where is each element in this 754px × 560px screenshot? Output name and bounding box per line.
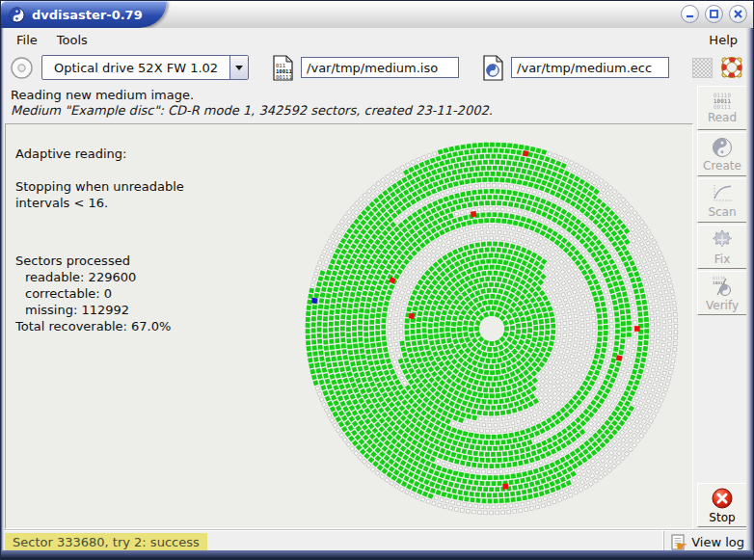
disc-spiral-visualization bbox=[280, 126, 694, 527]
fix-label: Fix bbox=[714, 253, 730, 266]
titlebar[interactable]: dvdisaster-0.79 bbox=[1, 1, 753, 29]
help-lifebuoy-icon[interactable] bbox=[719, 55, 744, 80]
create-label: Create bbox=[703, 159, 741, 173]
verify-compare-icon: 01110 10011 bbox=[711, 275, 734, 298]
cd-drive-icon bbox=[9, 55, 35, 81]
preferences-disabled-icon[interactable] bbox=[692, 58, 713, 78]
stop-icon bbox=[711, 487, 734, 510]
create-yinyang-icon bbox=[712, 137, 733, 158]
stopping-line2: intervals < 16. bbox=[15, 195, 184, 211]
svg-text:00111: 00111 bbox=[276, 74, 292, 80]
main-panel: Adaptive reading: Stopping when unreadab… bbox=[5, 123, 693, 529]
action-sidebar: 01110 10011 00111 Read Create bbox=[697, 86, 747, 529]
stop-label: Stop bbox=[709, 511, 735, 524]
window-left-frame bbox=[1, 28, 4, 550]
total-recoverable: Total recoverable: 67.0% bbox=[15, 318, 184, 334]
image-file-input[interactable] bbox=[301, 57, 459, 78]
read-button[interactable]: 01110 10011 00111 Read bbox=[697, 86, 747, 130]
scan-label: Scan bbox=[708, 205, 736, 219]
menu-tools[interactable]: Tools bbox=[47, 31, 97, 49]
status-message: Sector 333680, try 2: success bbox=[5, 533, 207, 551]
read-binary-icon: 01110 10011 00111 bbox=[714, 93, 731, 110]
fix-patch-icon bbox=[711, 228, 734, 252]
app-logo-yinyang-icon bbox=[9, 7, 25, 23]
stopping-line1: Stopping when unreadable bbox=[15, 178, 184, 195]
scan-button[interactable]: Scan bbox=[697, 178, 747, 223]
ecc-file-input[interactable] bbox=[511, 57, 669, 78]
drive-select[interactable]: Optical drive 52X FW 1.02 bbox=[41, 55, 249, 80]
header-line2: Medium "Example disc": CD-R mode 1, 3425… bbox=[11, 103, 687, 118]
title-tab: dvdisaster-0.79 bbox=[1, 1, 167, 28]
chevron-down-icon bbox=[235, 66, 243, 70]
drive-select-arrow[interactable] bbox=[229, 56, 248, 79]
ecc-file-icon bbox=[482, 55, 504, 81]
reading-info: Adaptive reading: Stopping when unreadab… bbox=[15, 146, 184, 334]
create-button[interactable]: Create bbox=[697, 132, 747, 176]
sectors-readable: readable: 229600 bbox=[15, 269, 184, 285]
close-button[interactable] bbox=[729, 5, 747, 23]
header-line1: Reading new medium image. bbox=[11, 88, 687, 102]
read-label: Read bbox=[708, 111, 737, 124]
minimize-button[interactable] bbox=[681, 5, 699, 23]
scan-curve-icon bbox=[711, 183, 734, 204]
header-status: Reading new medium image. Medium "Exampl… bbox=[5, 84, 693, 123]
menu-file[interactable]: File bbox=[7, 31, 47, 49]
view-log-label: View log bbox=[691, 535, 744, 549]
window-right-frame bbox=[746, 28, 753, 550]
window-bottom-frame bbox=[1, 550, 753, 559]
menu-help[interactable]: Help bbox=[699, 31, 747, 49]
drive-select-value: Optical drive 52X FW 1.02 bbox=[42, 61, 229, 75]
window-title: dvdisaster-0.79 bbox=[32, 8, 143, 22]
stop-button[interactable]: Stop bbox=[697, 483, 747, 527]
menubar: File Tools Help bbox=[3, 28, 751, 51]
maximize-button[interactable] bbox=[705, 5, 723, 23]
verify-button[interactable]: 01110 10011 Verify bbox=[697, 271, 747, 315]
toolbar: Optical drive 52X FW 1.02 011 10011 0011… bbox=[3, 51, 745, 84]
window-controls bbox=[681, 5, 747, 23]
app-window: dvdisaster-0.79 File Tools Help bbox=[0, 0, 754, 560]
sectors-missing: missing: 112992 bbox=[15, 302, 184, 318]
sectors-title: Sectors processed bbox=[15, 253, 184, 269]
verify-label: Verify bbox=[706, 299, 739, 312]
sectors-correctable: correctable: 0 bbox=[15, 285, 184, 302]
fix-button[interactable]: Fix bbox=[697, 225, 747, 269]
image-file-icon: 011 10011 00111 bbox=[272, 55, 294, 81]
adaptive-reading-title: Adaptive reading: bbox=[15, 146, 184, 162]
